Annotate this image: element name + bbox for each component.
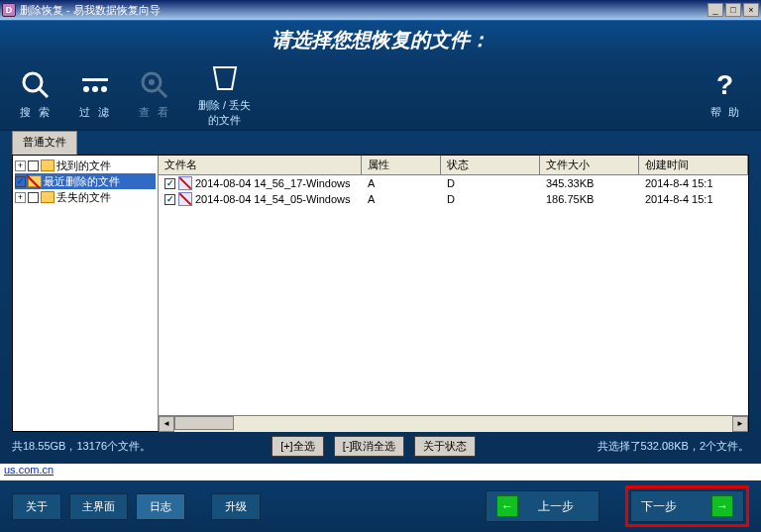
tool-label: 查 看 bbox=[139, 105, 169, 120]
folder-icon bbox=[41, 191, 54, 203]
next-label: 下一步 bbox=[641, 498, 677, 515]
col-size[interactable]: 文件大小 bbox=[540, 156, 639, 174]
file-name: 2014-08-04 14_54_05-Windows bbox=[195, 193, 351, 205]
highlight-box: 最近删除的文件 bbox=[15, 173, 156, 189]
help-icon: ? bbox=[716, 69, 735, 101]
grid-header: 文件名 属性 状态 文件大小 创建时间 bbox=[159, 156, 748, 175]
file-time: 2014-8-4 15:1 bbox=[639, 177, 748, 189]
toolbar: 搜 索 过 滤 查 看 删除 / 丢失 的文件 ? 帮 助 bbox=[0, 59, 761, 131]
file-attr: A bbox=[362, 177, 441, 189]
about-status-button[interactable]: 关于状态 bbox=[414, 436, 476, 457]
horizontal-scrollbar[interactable]: ◄ ► bbox=[159, 415, 748, 431]
svg-line-8 bbox=[159, 89, 166, 97]
status-total: 共18.55GB，13176个文件。 bbox=[12, 439, 151, 454]
help-button[interactable]: ? 帮 助 bbox=[710, 69, 741, 120]
arrow-right-icon: → bbox=[711, 495, 733, 517]
prev-button[interactable]: ← 上一步 bbox=[486, 490, 599, 522]
header: 请选择您想恢复的文件： bbox=[0, 20, 761, 59]
tree-row-lost[interactable]: + 丢失的文件 bbox=[15, 189, 156, 205]
file-size: 345.33KB bbox=[540, 177, 639, 189]
tree-row-recent-deleted[interactable]: 最近删除的文件 bbox=[15, 173, 156, 189]
svg-point-4 bbox=[92, 86, 98, 92]
linkbar: us.com.cn bbox=[0, 464, 761, 480]
file-deleted-icon bbox=[178, 192, 192, 206]
titlebar: D 删除恢复 - 易我数据恢复向导 _ □ × bbox=[0, 0, 761, 20]
svg-point-3 bbox=[83, 86, 89, 92]
prev-label: 上一步 bbox=[538, 498, 574, 515]
file-time: 2014-8-4 15:1 bbox=[639, 193, 748, 205]
tree-row-found[interactable]: + 找到的文件 bbox=[15, 158, 156, 173]
header-prompt: 请选择您想恢复的文件： bbox=[272, 27, 489, 53]
expand-icon[interactable]: + bbox=[15, 192, 26, 203]
folder-icon bbox=[41, 160, 54, 171]
scroll-left-button[interactable]: ◄ bbox=[159, 416, 174, 432]
file-status: D bbox=[441, 193, 540, 205]
search-icon bbox=[20, 69, 52, 101]
col-filename[interactable]: 文件名 bbox=[159, 156, 362, 174]
file-size: 186.75KB bbox=[540, 193, 639, 205]
deselect-all-button[interactable]: [-]取消全选 bbox=[334, 436, 405, 457]
view-icon bbox=[139, 69, 170, 101]
svg-rect-2 bbox=[82, 78, 108, 81]
col-status[interactable]: 状态 bbox=[441, 156, 540, 174]
col-attr[interactable]: 属性 bbox=[362, 156, 441, 174]
select-all-button[interactable]: [+]全选 bbox=[272, 436, 324, 457]
file-deleted-icon bbox=[178, 176, 192, 190]
main-ui-button[interactable]: 主界面 bbox=[69, 493, 128, 520]
file-row[interactable]: 2014-08-04 14_54_05-Windows A D 186.75KB… bbox=[159, 191, 748, 207]
file-status: D bbox=[441, 177, 540, 189]
file-checkbox[interactable] bbox=[164, 178, 175, 189]
search-button[interactable]: 搜 索 bbox=[20, 69, 52, 120]
file-row[interactable]: 2014-08-04 14_56_17-Windows A D 345.33KB… bbox=[159, 175, 748, 191]
file-name: 2014-08-04 14_56_17-Windows bbox=[195, 177, 351, 189]
highlight-next: 下一步 → bbox=[625, 485, 749, 527]
svg-point-7 bbox=[149, 79, 155, 85]
scroll-right-button[interactable]: ► bbox=[732, 416, 748, 432]
scroll-track[interactable] bbox=[174, 416, 732, 432]
upgrade-button[interactable]: 升级 bbox=[211, 493, 261, 520]
expand-icon[interactable]: + bbox=[15, 160, 26, 171]
minimize-button[interactable]: _ bbox=[707, 3, 723, 17]
tree-checkbox[interactable] bbox=[15, 176, 26, 187]
file-checkbox[interactable] bbox=[164, 194, 175, 205]
filter-icon bbox=[79, 69, 111, 101]
grid-body[interactable]: 2014-08-04 14_56_17-Windows A D 345.33KB… bbox=[159, 175, 748, 415]
tabbar: 普通文件 bbox=[12, 131, 749, 155]
deleted-lost-button[interactable]: 删除 / 丢失 的文件 bbox=[198, 62, 251, 128]
close-button[interactable]: × bbox=[743, 3, 759, 17]
trash-icon bbox=[209, 62, 241, 94]
file-attr: A bbox=[362, 193, 441, 205]
app-icon: D bbox=[2, 3, 16, 17]
window-title: 删除恢复 - 易我数据恢复向导 bbox=[20, 3, 161, 18]
svg-line-1 bbox=[40, 89, 48, 97]
tool-label: 过 滤 bbox=[79, 105, 110, 120]
about-button[interactable]: 关于 bbox=[12, 493, 61, 520]
file-grid: 文件名 属性 状态 文件大小 创建时间 2014-08-04 14_56_17-… bbox=[159, 156, 748, 431]
view-button: 查 看 bbox=[139, 69, 170, 120]
website-link[interactable]: us.com.cn bbox=[4, 464, 54, 476]
tree-label: 找到的文件 bbox=[56, 159, 111, 173]
scroll-thumb[interactable] bbox=[174, 416, 234, 430]
maximize-button[interactable]: □ bbox=[725, 3, 741, 17]
content-area: 普通文件 + 找到的文件 最近删除的文件 + 丢失的文件 bbox=[0, 131, 761, 464]
panels: + 找到的文件 最近删除的文件 + 丢失的文件 文件名 bbox=[12, 155, 749, 432]
tool-label: 删除 / 丢失 的文件 bbox=[198, 98, 251, 128]
tool-label: 搜 索 bbox=[20, 105, 51, 120]
tree-checkbox[interactable] bbox=[28, 192, 39, 203]
status-bar: 共18.55GB，13176个文件。 [+]全选 [-]取消全选 关于状态 共选… bbox=[12, 432, 749, 461]
tool-label: 帮 助 bbox=[710, 105, 741, 120]
footer: 关于 主界面 日志 升级 ← 上一步 下一步 → bbox=[0, 480, 761, 532]
tab-normal-files[interactable]: 普通文件 bbox=[12, 131, 77, 155]
svg-point-0 bbox=[24, 73, 42, 91]
tree-checkbox[interactable] bbox=[28, 160, 39, 171]
tree-label: 最近删除的文件 bbox=[44, 174, 120, 189]
next-button[interactable]: 下一步 → bbox=[630, 490, 744, 522]
log-button[interactable]: 日志 bbox=[136, 493, 185, 520]
filter-button[interactable]: 过 滤 bbox=[79, 69, 111, 120]
arrow-left-icon: ← bbox=[496, 495, 518, 517]
svg-point-5 bbox=[101, 86, 107, 92]
folder-tree[interactable]: + 找到的文件 最近删除的文件 + 丢失的文件 bbox=[13, 156, 159, 431]
status-selected: 共选择了532.08KB，2个文件。 bbox=[598, 439, 749, 454]
col-time[interactable]: 创建时间 bbox=[639, 156, 748, 174]
tree-label: 丢失的文件 bbox=[56, 190, 111, 205]
